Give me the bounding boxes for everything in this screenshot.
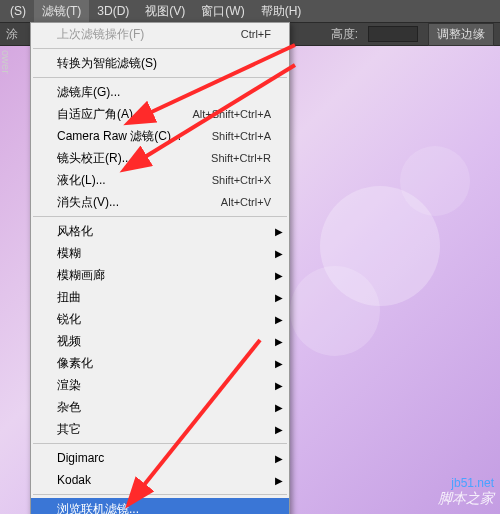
menu-item-label: 浏览联机滤镜... [57, 501, 139, 515]
height-label: 高度: [331, 26, 358, 43]
menu-item-label: 模糊 [57, 245, 81, 262]
menubar-item-filter[interactable]: 滤镜(T) [34, 0, 89, 23]
menu-convert-smart[interactable]: 转换为智能滤镜(S) [31, 52, 289, 74]
menu-item-shortcut: Alt+Shift+Ctrl+A [192, 108, 271, 120]
menubar-item-help[interactable]: 帮助(H) [253, 0, 310, 23]
menu-distort[interactable]: 扭曲▶ [31, 286, 289, 308]
menu-item-label: 模糊画廊 [57, 267, 105, 284]
menu-video[interactable]: 视频▶ [31, 330, 289, 352]
menu-digimarc[interactable]: Digimarc▶ [31, 447, 289, 469]
submenu-arrow-icon: ▶ [275, 270, 283, 281]
menubar-item-3d[interactable]: 3D(D) [89, 1, 137, 21]
menu-separator [33, 216, 287, 217]
submenu-arrow-icon: ▶ [275, 475, 283, 486]
menu-item-shortcut: Shift+Ctrl+X [212, 174, 271, 186]
menu-item-shortcut: Alt+Ctrl+V [221, 196, 271, 208]
menu-separator [33, 77, 287, 78]
menu-other[interactable]: 其它▶ [31, 418, 289, 440]
menubar-item-window[interactable]: 窗口(W) [193, 0, 252, 23]
submenu-arrow-icon: ▶ [275, 226, 283, 237]
menu-render[interactable]: 渲染▶ [31, 374, 289, 396]
menu-noise[interactable]: 杂色▶ [31, 396, 289, 418]
watermark-text: 脚本之家 [438, 490, 494, 508]
menu-liquify[interactable]: 液化(L)... Shift+Ctrl+X [31, 169, 289, 191]
menu-separator [33, 48, 287, 49]
watermark-site: jb51.net [451, 476, 494, 490]
submenu-arrow-icon: ▶ [275, 453, 283, 464]
erase-icon: 涂 [4, 26, 20, 42]
submenu-arrow-icon: ▶ [275, 424, 283, 435]
menu-stylize[interactable]: 风格化▶ [31, 220, 289, 242]
menu-browse-online-filters[interactable]: 浏览联机滤镜... [31, 498, 289, 514]
menu-vanishing-point[interactable]: 消失点(V)... Alt+Ctrl+V [31, 191, 289, 213]
menu-kodak[interactable]: Kodak▶ [31, 469, 289, 491]
menu-adaptive-wide-angle[interactable]: 自适应广角(A)... Alt+Shift+Ctrl+A [31, 103, 289, 125]
menu-item-shortcut: Shift+Ctrl+R [211, 152, 271, 164]
menu-item-label: 杂色 [57, 399, 81, 416]
menu-item-label: 镜头校正(R)... [57, 150, 132, 167]
refine-edge-button[interactable]: 调整边缘 [428, 23, 494, 46]
menu-item-shortcut: Shift+Ctrl+A [212, 130, 271, 142]
menu-blur-gallery[interactable]: 模糊画廊▶ [31, 264, 289, 286]
menubar-item-s[interactable]: (S) [2, 1, 34, 21]
menu-item-label: 其它 [57, 421, 81, 438]
height-input[interactable] [368, 26, 418, 42]
submenu-arrow-icon: ▶ [275, 358, 283, 369]
panel-strip: ower [0, 46, 30, 74]
menu-sharpen[interactable]: 锐化▶ [31, 308, 289, 330]
submenu-arrow-icon: ▶ [275, 292, 283, 303]
menu-separator [33, 494, 287, 495]
menu-blur[interactable]: 模糊▶ [31, 242, 289, 264]
menu-pixelate[interactable]: 像素化▶ [31, 352, 289, 374]
menu-item-label: Kodak [57, 473, 91, 487]
menu-filter-gallery[interactable]: 滤镜库(G)... [31, 81, 289, 103]
menu-camera-raw[interactable]: Camera Raw 滤镜(C)... Shift+Ctrl+A [31, 125, 289, 147]
filter-menu: 上次滤镜操作(F) Ctrl+F 转换为智能滤镜(S) 滤镜库(G)... 自适… [30, 22, 290, 514]
menu-lens-correction[interactable]: 镜头校正(R)... Shift+Ctrl+R [31, 147, 289, 169]
menu-item-label: 渲染 [57, 377, 81, 394]
menu-item-label: 锐化 [57, 311, 81, 328]
menu-last-filter: 上次滤镜操作(F) Ctrl+F [31, 23, 289, 45]
menu-item-label: Camera Raw 滤镜(C)... [57, 128, 181, 145]
menu-item-label: 上次滤镜操作(F) [57, 26, 144, 43]
menu-item-label: 转换为智能滤镜(S) [57, 55, 157, 72]
submenu-arrow-icon: ▶ [275, 248, 283, 259]
submenu-arrow-icon: ▶ [275, 380, 283, 391]
menu-separator [33, 443, 287, 444]
submenu-arrow-icon: ▶ [275, 402, 283, 413]
menu-item-label: 液化(L)... [57, 172, 106, 189]
submenu-arrow-icon: ▶ [275, 314, 283, 325]
menu-item-label: 像素化 [57, 355, 93, 372]
menu-item-label: 自适应广角(A)... [57, 106, 143, 123]
menu-item-label: 滤镜库(G)... [57, 84, 120, 101]
menu-item-shortcut: Ctrl+F [241, 28, 271, 40]
menu-item-label: 扭曲 [57, 289, 81, 306]
submenu-arrow-icon: ▶ [275, 336, 283, 347]
menubar-item-view[interactable]: 视图(V) [137, 0, 193, 23]
menu-item-label: 风格化 [57, 223, 93, 240]
menubar: (S) 滤镜(T) 3D(D) 视图(V) 窗口(W) 帮助(H) [0, 0, 500, 22]
menu-item-label: 消失点(V)... [57, 194, 119, 211]
menu-item-label: Digimarc [57, 451, 104, 465]
menu-item-label: 视频 [57, 333, 81, 350]
